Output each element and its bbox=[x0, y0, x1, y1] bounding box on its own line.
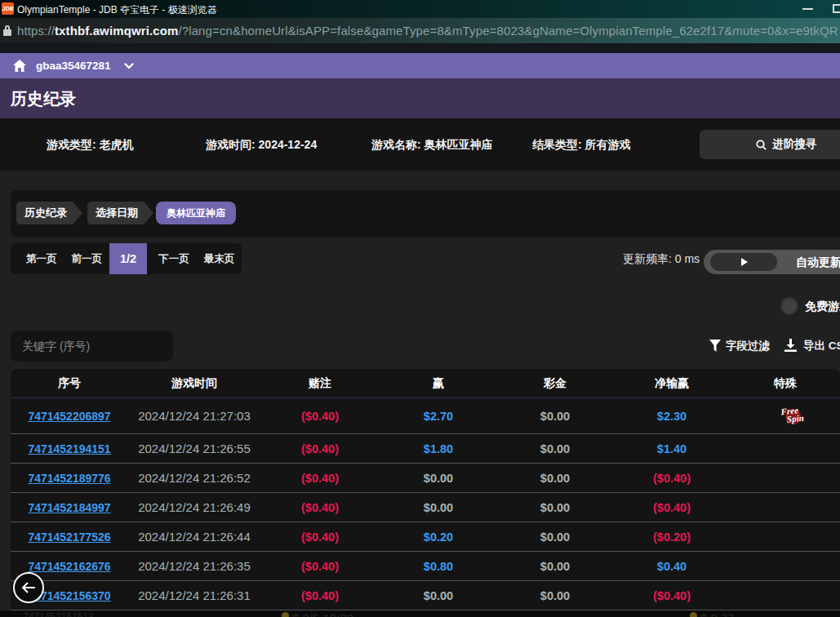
bet-amount: ($0.40) bbox=[301, 530, 339, 544]
lock-icon-body bbox=[3, 29, 11, 36]
maximize-button[interactable] bbox=[833, 4, 840, 13]
col-header-bet: 赌注 bbox=[260, 376, 380, 391]
advanced-search-label: 进阶搜寻 bbox=[773, 137, 817, 152]
footer-coin-icon-2 bbox=[690, 612, 697, 617]
page-last[interactable]: 最末页 bbox=[197, 243, 242, 274]
minimize-button[interactable] bbox=[802, 8, 813, 10]
address-bar[interactable]: https://txthbf.awimqwri.com/?lang=cn&hom… bbox=[0, 18, 840, 43]
footer-bar: 7471452151513 $ 2/5 10:22 $ 0.77 bbox=[0, 610, 840, 617]
auto-refresh-knob[interactable] bbox=[710, 253, 777, 271]
filter-game-type-label: 游戏类型: bbox=[47, 138, 96, 151]
round-id-link[interactable]: 7471452184997 bbox=[28, 501, 110, 514]
jackpot-amount: $0.00 bbox=[540, 589, 570, 602]
col-header-time: 游戏时间 bbox=[128, 376, 260, 391]
page-first[interactable]: 第一页 bbox=[19, 243, 64, 274]
round-id-link[interactable]: 7471452162676 bbox=[28, 560, 110, 573]
round-time: 2024/12/24 21:26:31 bbox=[138, 588, 251, 602]
bet-amount: ($0.40) bbox=[301, 589, 339, 602]
page-title: 历史纪录 bbox=[11, 78, 76, 118]
back-arrow-icon bbox=[21, 582, 36, 593]
free-spin-badge: FreeSpin bbox=[776, 402, 811, 428]
url-domain: txthbf.awimqwri.com bbox=[55, 24, 178, 38]
free-game-toggle[interactable] bbox=[780, 297, 798, 315]
win-amount: $0.80 bbox=[424, 560, 453, 573]
net-amount: $0.40 bbox=[657, 560, 687, 573]
filter-bar: 游戏类型: 老虎机 游戏时间: 2024-12-24 游戏名称: 奥林匹亚神庙 … bbox=[0, 118, 840, 171]
jackpot-amount: $0.00 bbox=[540, 530, 570, 544]
history-table: 序号 游戏时间 赌注 赢 彩金 净输赢 特殊 7471452206897 202… bbox=[11, 369, 840, 610]
round-id-link[interactable]: 7471452177526 bbox=[28, 530, 110, 544]
filter-game-type-value: 老虎机 bbox=[100, 138, 134, 151]
filter-game-time: 游戏时间: 2024-12-24 bbox=[206, 118, 317, 171]
account-username[interactable]: gbaa35467281 bbox=[36, 53, 111, 78]
filter-fields-icon bbox=[709, 340, 721, 352]
jackpot-amount: $0.00 bbox=[540, 501, 570, 514]
keyword-search-input[interactable] bbox=[11, 331, 173, 362]
table-row: 7471452184997 2024/12/24 21:26:49 ($0.40… bbox=[11, 493, 840, 522]
round-time: 2024/12/24 21:26:55 bbox=[138, 442, 251, 455]
col-header-win: 赢 bbox=[380, 376, 497, 391]
page-prev[interactable]: 前一页 bbox=[64, 243, 110, 274]
window-gap bbox=[0, 43, 840, 53]
bet-amount: ($0.40) bbox=[301, 560, 339, 573]
page-current: 1/2 bbox=[109, 243, 147, 274]
win-amount: $1.80 bbox=[424, 442, 453, 455]
play-icon bbox=[741, 258, 748, 266]
bet-amount: ($0.40) bbox=[301, 410, 339, 423]
filter-result-type: 结果类型: 所有游戏 bbox=[532, 118, 631, 171]
win-amount: $0.00 bbox=[424, 501, 453, 514]
jackpot-amount: $0.00 bbox=[540, 560, 570, 573]
export-csv-button[interactable]: 导出 CSV bbox=[803, 335, 840, 357]
jackpot-amount: $0.00 bbox=[540, 442, 570, 455]
back-button[interactable] bbox=[13, 572, 44, 603]
breadcrumb-date[interactable]: 选择日期 bbox=[87, 202, 153, 224]
filter-game-name-label: 游戏名称: bbox=[371, 138, 421, 151]
filter-fields-button[interactable]: 字段过滤 bbox=[726, 335, 770, 357]
table-row: 7471452162676 2024/12/24 21:26:35 ($0.40… bbox=[11, 552, 840, 581]
footer-dim-right: $ 0.77 bbox=[700, 611, 735, 617]
filter-game-type: 游戏类型: 老虎机 bbox=[47, 118, 134, 171]
auto-refresh-toggle[interactable]: 自动更新 bbox=[704, 250, 840, 274]
net-amount: ($0.40) bbox=[653, 472, 691, 485]
round-id-link[interactable]: 7471452189776 bbox=[28, 472, 110, 485]
advanced-search-button[interactable]: 进阶搜寻 bbox=[700, 130, 840, 159]
filter-game-name-value: 奥林匹亚神庙 bbox=[424, 138, 493, 151]
footer-dim-mid: $ 2/5 10:22 bbox=[292, 611, 353, 617]
export-icon bbox=[784, 339, 797, 352]
bet-amount: ($0.40) bbox=[301, 501, 339, 514]
col-header-jackpot: 彩金 bbox=[497, 376, 613, 391]
refresh-rate-value: 0 ms bbox=[675, 252, 700, 265]
breadcrumb-history[interactable]: 历史纪录 bbox=[16, 202, 82, 224]
url-path: /?lang=cn&homeUrl&isAPP=false&gameType=8… bbox=[178, 24, 838, 38]
page-next[interactable]: 下一页 bbox=[151, 243, 197, 274]
round-time: 2024/12/24 21:26:35 bbox=[138, 559, 251, 573]
jackpot-amount: $0.00 bbox=[540, 410, 570, 423]
jdb-favicon: JDB bbox=[2, 2, 14, 15]
round-id-link[interactable]: 7471452194151 bbox=[28, 442, 110, 455]
table-row: 7471452177526 2024/12/24 21:26:44 ($0.40… bbox=[11, 522, 840, 552]
url-text: https://txthbf.awimqwri.com/?lang=cn&hom… bbox=[17, 18, 838, 43]
home-icon[interactable] bbox=[13, 60, 26, 72]
auto-refresh-label: 自动更新 bbox=[796, 250, 840, 274]
pagination: 第一页 前一页 1/2 下一页 最末页 bbox=[11, 243, 242, 274]
round-time: 2024/12/24 21:26:49 bbox=[138, 500, 251, 514]
chevron-down-icon[interactable] bbox=[124, 63, 134, 69]
table-row: 7471452189776 2024/12/24 21:26:52 ($0.40… bbox=[11, 464, 840, 493]
net-amount: $2.30 bbox=[657, 410, 687, 423]
table-header-row: 序号 游戏时间 赌注 赢 彩金 净输赢 特殊 bbox=[11, 369, 840, 398]
page-title-band: 历史纪录 bbox=[0, 78, 840, 118]
round-id-link[interactable]: 7471452206897 bbox=[28, 410, 110, 423]
filter-game-name: 游戏名称: 奥林匹亚神庙 bbox=[371, 118, 493, 171]
search-icon bbox=[756, 140, 767, 150]
win-amount: $0.20 bbox=[424, 530, 453, 544]
url-scheme: https:// bbox=[17, 24, 55, 38]
net-amount: ($0.20) bbox=[653, 530, 691, 544]
table-row: 7471452194151 2024/12/24 21:26:55 ($0.40… bbox=[11, 434, 840, 464]
col-header-special: 特殊 bbox=[731, 376, 840, 391]
bet-amount: ($0.40) bbox=[301, 472, 339, 485]
window-title: OlympianTemple - JDB 夺宝电子 - 极速浏览器 bbox=[17, 3, 217, 17]
breadcrumb-game[interactable]: 奥林匹亚神庙 bbox=[156, 202, 236, 224]
browser-title-bar: JDB OlympianTemple - JDB 夺宝电子 - 极速浏览器 bbox=[0, 0, 840, 18]
filter-result-type-value: 所有游戏 bbox=[585, 138, 631, 151]
refresh-rate-label: 更新频率: 0 ms bbox=[623, 243, 700, 274]
